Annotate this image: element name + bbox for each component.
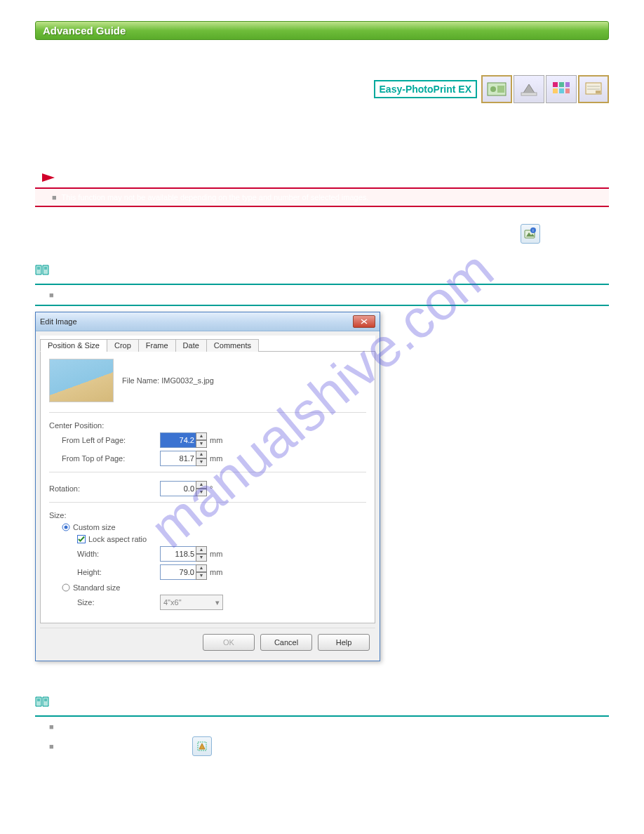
svg-rect-14 [596, 91, 601, 93]
svg-rect-10 [565, 88, 570, 93]
std-size-value: 4"x6" [163, 598, 182, 607]
book-icon [35, 265, 48, 274]
cancel-button[interactable]: Cancel [260, 634, 312, 651]
header-bar: Advanced Guide [35, 21, 609, 40]
important-banner: ■ This function may not be available dep… [35, 187, 609, 207]
thumb-1-icon[interactable] [481, 75, 512, 103]
bullet-icon: ■ [52, 193, 57, 201]
flag-icon [41, 172, 56, 190]
bullet-icon: ■ [49, 742, 54, 750]
tab-strip: Position & Size Crop Frame Date Comments [40, 336, 375, 352]
svg-point-1 [490, 86, 496, 92]
lock-aspect-checkbox[interactable] [77, 534, 86, 543]
tab-date[interactable]: Date [175, 339, 207, 352]
from-top-input[interactable] [160, 451, 196, 466]
custom-size-radio[interactable] [62, 522, 70, 531]
svg-rect-2 [497, 86, 504, 93]
center-position-label: Center Position: [49, 421, 104, 430]
dialog-titlebar: Edit Image [36, 312, 380, 331]
dialog-button-row: OK Cancel Help [40, 628, 375, 656]
tab-frame[interactable]: Frame [138, 339, 176, 352]
edit-image-dialog: Edit Image Position & Size Crop Frame Da… [35, 312, 380, 661]
lock-aspect-label: Lock aspect ratio [88, 535, 147, 543]
divider [35, 284, 609, 285]
svg-rect-9 [559, 88, 564, 93]
ok-button[interactable]: OK [203, 634, 255, 651]
rotation-label: Rotation: [49, 484, 147, 493]
svg-rect-6 [559, 82, 564, 87]
spinner-icon[interactable]: ▲▼ [196, 564, 207, 580]
unit-mm: mm [210, 454, 222, 463]
custom-size-label: Custom size [73, 523, 116, 531]
close-button[interactable] [353, 315, 375, 328]
bullet-icon: ■ [49, 722, 54, 731]
note2-line2-a: You can move the image by dragging [61, 742, 188, 750]
svg-rect-4 [521, 93, 537, 95]
svg-rect-5 [553, 82, 558, 87]
rotation-input[interactable] [160, 481, 196, 496]
divider [35, 305, 609, 306]
free-layout-icon[interactable] [192, 736, 212, 756]
width-label: Width: [77, 550, 160, 558]
unit-mm: mm [210, 550, 222, 558]
from-left-input[interactable] [160, 432, 196, 448]
standard-size-radio[interactable] [62, 583, 70, 592]
chevron-down-icon: ▾ [215, 598, 220, 607]
from-top-label: From Top of Page: [62, 454, 160, 463]
note1-text: You can also display the Edit Image dial… [59, 291, 376, 299]
dialog-title: Edit Image [40, 317, 77, 326]
spinner-icon[interactable]: ▲▼ [196, 481, 207, 496]
image-thumbnail [49, 359, 114, 402]
tab-crop[interactable]: Crop [107, 339, 139, 352]
app-name-label: Easy-PhotoPrint EX [374, 80, 477, 98]
svg-point-29 [62, 584, 69, 591]
svg-text:i: i [532, 228, 533, 232]
bullet-icon: ■ [49, 291, 54, 299]
thumb-4-icon[interactable] [578, 75, 609, 103]
spinner-icon[interactable]: ▲▼ [196, 546, 207, 562]
important-text: This function may not be available depen… [62, 193, 369, 201]
from-left-label: From Left of Page: [62, 436, 160, 444]
header-title: Advanced Guide [43, 25, 126, 37]
height-label: Height: [77, 568, 160, 576]
help-button[interactable]: Help [318, 634, 370, 651]
std-size-field-label: Size: [77, 598, 160, 607]
tab-comments[interactable]: Comments [206, 339, 259, 352]
thumb-2-icon[interactable] [514, 75, 544, 103]
standard-size-label: Standard size [73, 583, 120, 592]
file-name-value: IMG0032_s.jpg [161, 376, 214, 385]
unit-mm: mm [210, 436, 222, 444]
divider [35, 715, 609, 717]
svg-rect-8 [553, 88, 558, 93]
dialog-body: File Name: IMG0032_s.jpg Center Position… [40, 352, 375, 623]
spinner-icon[interactable]: ▲▼ [196, 451, 207, 466]
tab-position-size[interactable]: Position & Size [40, 339, 107, 352]
width-input[interactable] [160, 546, 196, 562]
unit-deg: ° [210, 484, 213, 493]
book-icon [35, 696, 48, 706]
svg-marker-15 [42, 173, 55, 182]
svg-rect-7 [565, 82, 570, 87]
thumb-3-icon[interactable] [546, 75, 577, 103]
edit-image-icon[interactable]: i [521, 224, 540, 244]
unit-mm: mm [210, 568, 222, 576]
spinner-icon[interactable]: ▲▼ [196, 432, 207, 448]
height-input[interactable] [160, 564, 196, 580]
svg-point-27 [65, 526, 68, 529]
app-link-row: Easy-PhotoPrint EX [35, 75, 609, 103]
std-size-combo: 4"x6" ▾ [160, 595, 223, 610]
size-label: Size: [49, 511, 66, 519]
note2-line1: Click Defaults to reset all adjustments … [59, 722, 264, 731]
file-name-label: File Name: [122, 376, 159, 385]
